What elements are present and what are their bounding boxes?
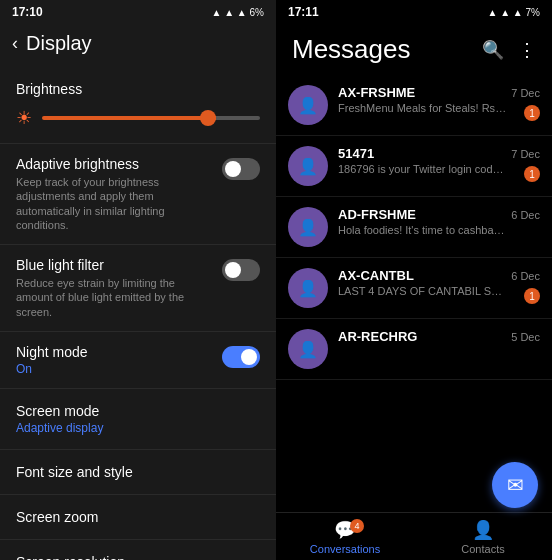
messages-panel-wrapper: 17:11 ▲ ▲ ▲ 7% Messages 🔍 ⋮ 👤 AX-FRSHME … (276, 0, 552, 560)
message-date: 6 Dec (511, 270, 540, 282)
right-time: 17:11 (288, 5, 319, 19)
conversations-label: Conversations (310, 543, 380, 555)
font-size-label: Font size and style (16, 464, 260, 480)
message-sender: AX-FRSHME (338, 85, 415, 100)
slider-thumb (200, 110, 216, 126)
blue-light-filter-row[interactable]: Blue light filter Reduce eye strain by l… (0, 245, 276, 332)
message-body: AD-FRSHME 6 Dec Hola foodies! It's time … (338, 207, 540, 236)
screen-mode-label: Screen mode (16, 403, 260, 419)
avatar: 👤 (288, 146, 328, 186)
back-arrow-icon[interactable]: ‹ (12, 33, 18, 54)
toggle-knob-3 (241, 349, 257, 365)
message-item[interactable]: 👤 AD-FRSHME 6 Dec Hola foodies! It's tim… (276, 197, 552, 258)
message-sender: AD-FRSHME (338, 207, 416, 222)
display-title: Display (26, 32, 92, 55)
message-item[interactable]: 👤 AX-FRSHME 7 Dec FreshMenu Meals for St… (276, 75, 552, 136)
left-status-bar: 17:10 ▲ ▲ ▲ 6% (0, 0, 276, 24)
message-preview: Hola foodies! It's time to cashback. Pay… (338, 224, 508, 236)
message-date: 7 Dec (511, 87, 540, 99)
avatar: 👤 (288, 207, 328, 247)
adaptive-brightness-row[interactable]: Adaptive brightness Keep track of your b… (0, 144, 276, 245)
messages-icons: 🔍 ⋮ (482, 39, 536, 61)
compose-icon: ✉ (507, 473, 524, 497)
screen-zoom-row[interactable]: Screen zoom (0, 495, 276, 540)
toggle-knob (225, 161, 241, 177)
message-item[interactable]: 👤 AR-RECHRG 5 Dec (276, 319, 552, 380)
unread-badge: 1 (524, 166, 540, 182)
message-body: AX-CANTBL 6 Dec LAST 4 DAYS OF CANTABIL … (338, 268, 540, 297)
brightness-slider[interactable] (42, 116, 260, 120)
toggle-knob-2 (225, 262, 241, 278)
message-preview: 186796 is your Twitter login code. Don't… (338, 163, 508, 175)
unread-badge: 1 (524, 288, 540, 304)
compose-fab[interactable]: ✉ (492, 462, 538, 508)
blue-light-desc: Reduce eye strain by limiting the amount… (16, 276, 210, 319)
night-mode-sub: On (16, 362, 210, 376)
message-sender: 51471 (338, 146, 374, 161)
adaptive-brightness-text: Adaptive brightness Keep track of your b… (16, 156, 222, 232)
message-body: AR-RECHRG 5 Dec (338, 329, 540, 346)
conversations-badge: 4 (350, 519, 364, 533)
avatar: 👤 (288, 85, 328, 125)
night-mode-row[interactable]: Night mode On (0, 332, 276, 389)
screen-zoom-label: Screen zoom (16, 509, 260, 525)
message-date: 5 Dec (511, 331, 540, 343)
messages-header: Messages 🔍 ⋮ (276, 24, 552, 75)
message-sender: AR-RECHRG (338, 329, 417, 344)
night-mode-label: Night mode (16, 344, 210, 360)
adaptive-brightness-desc: Keep track of your brightness adjustment… (16, 175, 210, 232)
adaptive-brightness-toggle[interactable] (222, 158, 260, 180)
screen-mode-row[interactable]: Screen mode Adaptive display (0, 389, 276, 450)
blue-light-toggle[interactable] (222, 259, 260, 281)
right-status-icons: ▲ ▲ ▲ 7% (488, 7, 540, 18)
screen-resolution-label: Screen resolution (16, 554, 260, 560)
message-item[interactable]: 👤 AX-CANTBL 6 Dec LAST 4 DAYS OF CANTABI… (276, 258, 552, 319)
night-mode-toggle[interactable] (222, 346, 260, 368)
left-status-icons: ▲ ▲ ▲ 6% (212, 7, 264, 18)
left-time: 17:10 (12, 5, 43, 19)
messages-title: Messages (292, 34, 411, 65)
contacts-label: Contacts (461, 543, 504, 555)
tab-contacts[interactable]: 👤 Contacts (414, 513, 552, 560)
screen-mode-sub: Adaptive display (16, 421, 260, 435)
sun-icon: ☀ (16, 107, 32, 129)
message-body: AX-FRSHME 7 Dec FreshMenu Meals for Stea… (338, 85, 540, 114)
message-date: 7 Dec (511, 148, 540, 160)
message-date: 6 Dec (511, 209, 540, 221)
brightness-section: Brightness ☀ (0, 67, 276, 144)
search-icon[interactable]: 🔍 (482, 39, 504, 61)
blue-light-text: Blue light filter Reduce eye strain by l… (16, 257, 222, 319)
message-body: 51471 7 Dec 186796 is your Twitter login… (338, 146, 540, 175)
right-status-bar: 17:11 ▲ ▲ ▲ 7% (276, 0, 552, 24)
brightness-row: ☀ (16, 107, 260, 129)
brightness-label: Brightness (16, 81, 260, 97)
contacts-icon: 👤 (472, 519, 494, 541)
message-item[interactable]: 👤 51471 7 Dec 186796 is your Twitter log… (276, 136, 552, 197)
message-preview: FreshMenu Meals for Steals! Rs 50 OFF on… (338, 102, 508, 114)
font-size-row[interactable]: Font size and style (0, 450, 276, 495)
settings-content: Brightness ☀ Adaptive brightness Keep tr… (0, 67, 276, 560)
adaptive-brightness-label: Adaptive brightness (16, 156, 210, 172)
night-mode-text: Night mode On (16, 344, 222, 376)
avatar: 👤 (288, 268, 328, 308)
unread-badge: 1 (524, 105, 540, 121)
avatar: 👤 (288, 329, 328, 369)
screen-resolution-row[interactable]: Screen resolution WQHD+ (2960 x 1440) (0, 540, 276, 560)
more-options-icon[interactable]: ⋮ (518, 39, 536, 61)
blue-light-label: Blue light filter (16, 257, 210, 273)
message-list: 👤 AX-FRSHME 7 Dec FreshMenu Meals for St… (276, 75, 552, 512)
message-sender: AX-CANTBL (338, 268, 414, 283)
display-header: ‹ Display (0, 24, 276, 67)
display-settings-panel: 17:10 ▲ ▲ ▲ 6% ‹ Display Brightness ☀ Ad… (0, 0, 276, 560)
tab-conversations[interactable]: 💬 Conversations 4 (276, 513, 414, 560)
bottom-navigation: 💬 Conversations 4 👤 Contacts (276, 512, 552, 560)
message-preview: LAST 4 DAYS OF CANTABIL SPECIAL PREVIEW … (338, 285, 508, 297)
